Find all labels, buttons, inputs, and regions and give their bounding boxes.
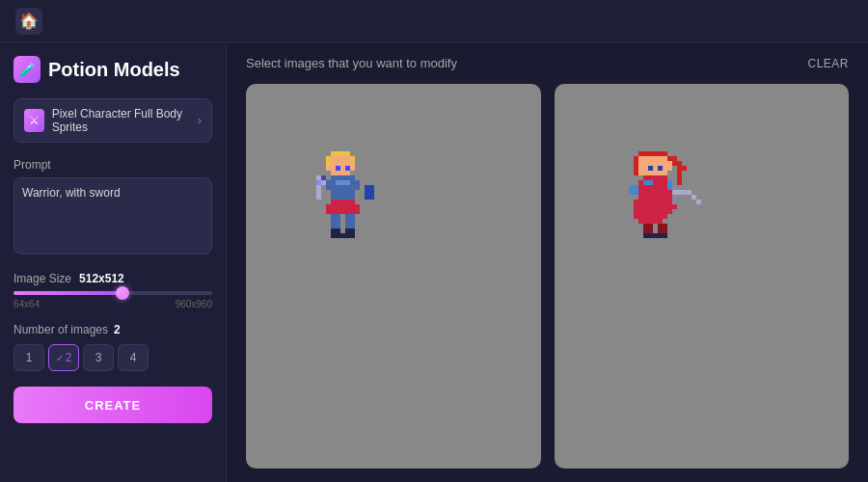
size-slider-container[interactable]: [14, 291, 212, 295]
image-card-2[interactable]: [555, 84, 850, 469]
num-images-row: Number of images 2: [14, 323, 212, 336]
main-layout: 🧪 Potion Models ⚔ Pixel Character Full B…: [0, 42, 868, 482]
model-chevron-icon: ›: [198, 114, 202, 127]
sidebar-title-row: 🧪 Potion Models: [14, 56, 212, 83]
slider-max: 960x960: [176, 299, 212, 309]
potion-icon: 🧪: [19, 62, 36, 77]
image-size-label: Image Size: [14, 272, 71, 285]
num-images-label: Number of images: [14, 323, 108, 336]
slider-track: [14, 291, 212, 295]
model-selector[interactable]: ⚔ Pixel Character Full Body Sprites ›: [14, 98, 212, 143]
clear-button[interactable]: CLEAR: [807, 57, 849, 70]
content-header: Select images that you want to modify CL…: [246, 56, 849, 70]
slider-fill: [14, 291, 122, 295]
prompt-input[interactable]: Warrior, with sword: [14, 177, 212, 254]
slider-thumb: [116, 286, 129, 300]
pixel-character-2: [624, 151, 778, 402]
model-name: Pixel Character Full Body Sprites: [52, 107, 198, 134]
count-buttons: 1 2 3 4: [14, 344, 212, 371]
logo-icon: 🏠: [19, 12, 39, 30]
num-images-value: 2: [114, 323, 121, 336]
sidebar-title-text: Potion Models: [48, 59, 180, 81]
pixel-character-1: [316, 151, 471, 402]
model-icon: ⚔: [24, 109, 44, 132]
images-grid: [246, 84, 849, 469]
sidebar: 🧪 Potion Models ⚔ Pixel Character Full B…: [0, 42, 227, 482]
content-area: Select images that you want to modify CL…: [227, 42, 868, 482]
model-selector-left: ⚔ Pixel Character Full Body Sprites: [24, 107, 198, 134]
image-size-row: Image Size 512x512: [14, 272, 212, 285]
image-size-value: 512x512: [79, 272, 124, 285]
topbar: 🏠: [0, 0, 868, 42]
count-btn-3[interactable]: 3: [83, 344, 114, 371]
prompt-label: Prompt: [14, 158, 212, 172]
content-subtitle: Select images that you want to modify: [246, 56, 457, 70]
app-logo: 🏠: [15, 8, 42, 35]
sidebar-title-icon: 🧪: [14, 56, 41, 83]
image-card-1[interactable]: [246, 84, 541, 469]
create-button[interactable]: CREATE: [14, 387, 212, 423]
count-btn-2[interactable]: 2: [48, 344, 79, 371]
slider-range-row: 64x64 960x960: [14, 299, 212, 309]
count-btn-4[interactable]: 4: [118, 344, 149, 371]
slider-min: 64x64: [14, 299, 40, 309]
count-btn-1[interactable]: 1: [14, 344, 44, 371]
